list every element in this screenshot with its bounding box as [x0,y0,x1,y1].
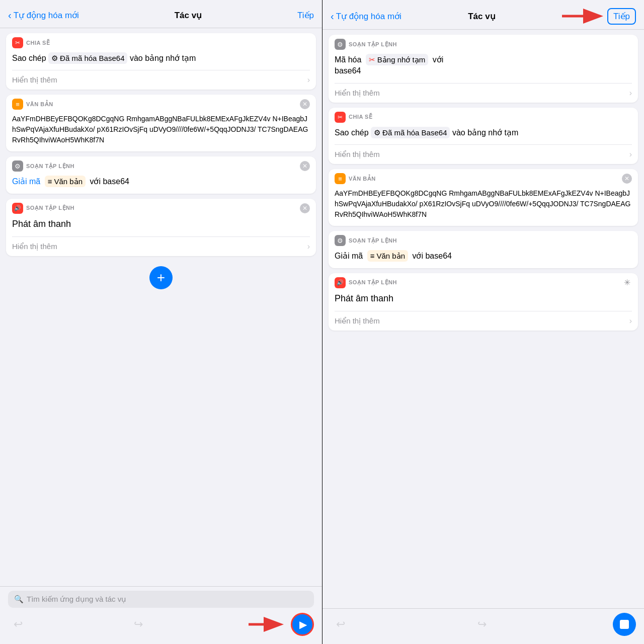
arrow-annotation-right [562,7,607,25]
badge-soan-1: ⚙ [12,160,23,172]
pill-base64-1: ⚙ Đã mã hóa Base64 [48,52,127,64]
card-soan-top: ⚙ SOẠN TẬP LỆNH Mã hóa ✂ Bảng nhớ tạm vớ… [329,35,638,103]
badge-soan-top: ⚙ [335,39,346,50]
undo-button-right[interactable]: ↩ [331,614,351,634]
pill-clipboard: ✂ Bảng nhớ tạm [366,54,428,65]
card-content-soan-3: Giải mã ≡ Văn bản với base64 [329,248,638,268]
chevron-right-1: › [307,75,310,85]
chevron-left-icon: ‹ [8,10,12,21]
card-header-soan-top: ⚙ SOẠN TẬP LỆNH [329,35,638,52]
gear-icon-soan-1: ⚙ [15,163,21,170]
nav-bar-right: ‹ Tự động hóa mới Tác vụ Tiếp [323,0,644,30]
nav-back-left[interactable]: ‹ Tự động hóa mới [8,10,79,21]
card-content-van-ban-1: AaYFmDHBEyEFBQOKg8DCgqNG RmhgamABggNBaFU… [6,112,316,151]
toolbar-right: ↩ ↪ [331,613,636,636]
redo-button-left[interactable]: ↪ [128,614,148,634]
gear-icon-soan-3: ⚙ [337,237,343,245]
card-label-audio-2: SOẠN TẬP LỆNH [349,279,397,286]
giai-ma-text-1: Giải mã [12,177,40,186]
text-block-1: AaYFmDHBEyEFBQOKg8DCgqNG RmhgamABggNBaFU… [12,114,310,145]
add-action-button[interactable]: + [149,266,173,289]
card-label-chia-se-1: CHIA SẼ [26,40,50,46]
card-label-chia-se-2: CHIA SẼ [349,114,372,120]
footer-soan-top[interactable]: Hiển thị thêm › [329,84,638,103]
card-label-soan-top: SOẠN TẬP LỆNH [349,41,397,48]
card-header-van-ban-1: ≡ VĂN BẢN ✕ [6,95,316,112]
search-placeholder: Tìm kiếm ứng dụng và tác vụ [27,595,126,604]
card-soan-audio-1: 🔊 SOẠN TẬP LỆNH ✕ Phát âm thanh Hiển thị… [6,199,316,256]
footer-audio-2[interactable]: Hiển thị thêm › [329,311,638,331]
show-more-audio-1: Hiển thị thêm [12,242,57,251]
scissors-icon-2: ✂ [338,114,343,121]
close-button-soan-1[interactable]: ✕ [300,161,310,171]
footer-audio-1[interactable]: Hiển thị thêm › [6,237,316,256]
card-header-chia-se-2: ✂ CHIA SẼ [329,108,638,125]
scissors-icon-pill: ✂ [369,54,375,65]
play-button[interactable]: ▶ [291,613,314,636]
lines-icon-pill-3: ≡ [370,251,375,261]
footer-chia-se-2[interactable]: Hiển thị thêm › [329,145,638,164]
show-more-2: Hiển thị thêm [335,150,380,159]
spinner-audio-2: ✳ [622,278,632,288]
badge-chia-se-1: ✂ [12,37,23,48]
card-label-van-ban-1: VĂN BẢN [26,101,53,108]
scroll-area-right: ⚙ SOẠN TẬP LỆNH Mã hóa ✂ Bảng nhớ tạm vớ… [323,30,644,608]
card-content-audio-2: Phát âm thanh [329,290,638,311]
arrow-annotation-left [249,615,289,633]
spinner-icon-audio-2: ✳ [624,278,630,287]
play-area: ▶ [249,613,314,636]
badge-van-ban-2: ≡ [335,173,346,184]
undo-button-left[interactable]: ↩ [8,614,28,634]
card-label-audio-1: SOẠN TẬP LỆNH [26,205,74,211]
card-header-soan-1: ⚙ SOẠN TẬP LỆNH ✕ [6,156,316,174]
close-button-van-ban-2[interactable]: ✕ [622,174,632,184]
lines-icon-1: ≡ [16,101,20,108]
card-chia-se-2: ✂ CHIA SẼ Sao chép ⚙ Đã mã hóa Base64 và… [329,108,638,164]
pill-van-ban-1: ≡ Văn bản [45,176,86,187]
card-soan-1: ⚙ SOẠN TẬP LỆNH ✕ Giải mã ≡ Văn bản với … [6,156,316,193]
card-header-audio-1: 🔊 SOẠN TẬP LỆNH ✕ [6,199,316,216]
nav-back-label-right: Tự động hóa mới [336,11,401,22]
pill-van-ban-3: ≡ Văn bản [367,250,408,262]
toolbar-left: ↩ ↪ ▶ [8,613,314,636]
badge-van-ban-1: ≡ [12,99,23,110]
speaker-icon-1: 🔊 [14,205,21,211]
card-soan-3: ⚙ SOẠN TẬP LỆNH Giải mã ≡ Văn bản với ba… [329,231,638,268]
card-van-ban-2: ≡ VĂN BẢN ✕ AaYFmDHBEyEFBQOKg8DCgqNG Rmh… [329,169,638,226]
footer-chia-se-1[interactable]: Hiển thị thêm › [6,70,316,90]
card-content-chia-se-2: Sao chép ⚙ Đã mã hóa Base64 vào bảng nhớ… [329,125,638,144]
chevron-left-icon-right: ‹ [331,11,334,22]
panel-right: ‹ Tự động hóa mới Tác vụ Tiếp ⚙ [322,0,644,644]
nav-action-left[interactable]: Tiếp [297,10,314,21]
center-plus-container: + [6,261,316,294]
nav-action-right[interactable]: Tiếp [607,8,636,25]
badge-audio-1: 🔊 [12,203,23,214]
stop-icon [620,620,629,629]
card-header-van-ban-2: ≡ VĂN BẢN ✕ [329,169,638,186]
gear-icon-2: ⚙ [374,127,380,138]
search-bar[interactable]: 🔍 Tìm kiếm ứng dụng và tác vụ [8,591,314,608]
bottom-bar-left: 🔍 Tìm kiếm ứng dụng và tác vụ ↩ ↪ ▶ [0,586,322,644]
nav-title-right: Tác vụ [468,11,495,22]
chevron-right-audio-2: › [629,316,632,326]
close-button-audio-1[interactable]: ✕ [300,203,310,213]
card-label-soan-1: SOẠN TẬP LỆNH [26,163,74,170]
card-label-van-ban-2: VĂN BẢN [349,176,376,182]
show-more-1: Hiển thị thêm [12,75,57,85]
speaker-icon-2: 🔊 [337,279,344,286]
badge-soan-3: ⚙ [335,235,346,246]
nav-back-right[interactable]: ‹ Tự động hóa mới [331,11,401,22]
panel-left: ‹ Tự động hóa mới Tác vụ Tiếp ✂ CHIA SẼ … [0,0,322,644]
card-header-audio-2: 🔊 SOẠN TẬP LỆNH ✳ [329,273,638,290]
chevron-right-2: › [629,150,632,159]
redo-button-right[interactable]: ↪ [472,614,492,634]
nav-back-label-left: Tự động hóa mới [14,10,79,21]
tiep-area: Tiếp [562,7,636,25]
card-van-ban-1: ≡ VĂN BẢN ✕ AaYFmDHBEyEFBQOKg8DCgqNG Rmh… [6,95,316,151]
card-content-soan-1: Giải mã ≡ Văn bản với base64 [6,174,316,193]
stop-button[interactable] [613,613,636,636]
card-chia-se-1: ✂ CHIA SẼ Sao chép ⚙ Đã mã hóa Base64 và… [6,33,316,90]
show-more-audio-2: Hiển thị thêm [335,316,380,326]
close-button-van-ban-1[interactable]: ✕ [300,99,310,109]
chevron-right-audio-1: › [307,242,310,251]
